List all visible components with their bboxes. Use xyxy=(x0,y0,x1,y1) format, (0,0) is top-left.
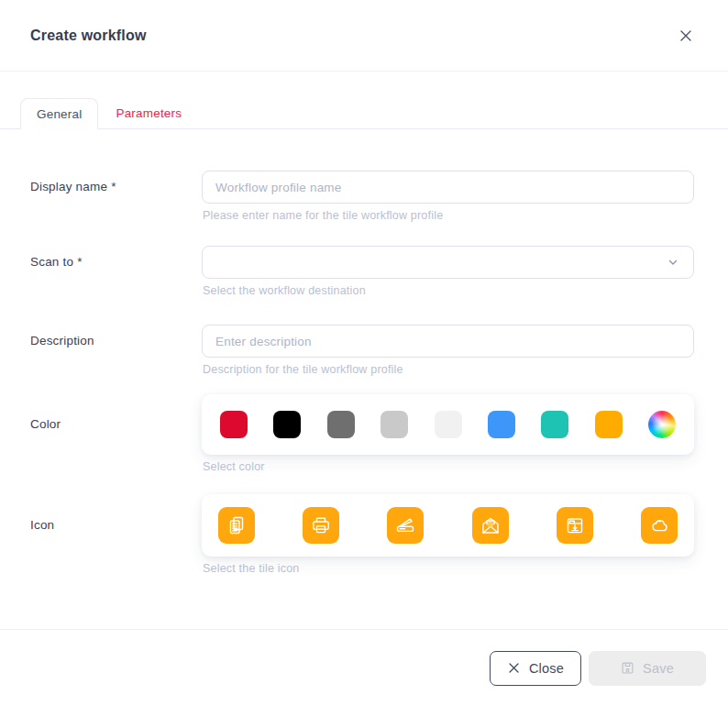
icon-option-printer[interactable] xyxy=(303,507,339,544)
close-icon[interactable] xyxy=(677,27,695,45)
scan-to-row: Scan to * Select the workflow destinatio… xyxy=(30,246,694,297)
display-name-input[interactable] xyxy=(202,171,694,204)
icon-tile-card: @ xyxy=(202,494,694,557)
color-swatch[interactable] xyxy=(381,411,408,438)
color-swatch[interactable] xyxy=(541,411,568,438)
color-wheel-picker[interactable] xyxy=(648,411,676,438)
icon-option-cloud[interactable] xyxy=(641,507,678,544)
icon-label: Icon xyxy=(30,494,202,557)
dialog-footer: Close Save xyxy=(0,629,728,706)
create-workflow-dialog: Create workflow General Parameters Displ… xyxy=(0,0,728,706)
scan-to-label: Scan to * xyxy=(30,246,202,279)
description-helper: Description for the tile workflow profil… xyxy=(203,363,694,376)
display-name-helper: Please enter name for the tile workflow … xyxy=(203,209,694,222)
tab-parameters-label: Parameters xyxy=(116,106,182,120)
tab-general-label: General xyxy=(37,107,82,121)
save-button-label: Save xyxy=(643,661,674,676)
icon-helper: Select the tile icon xyxy=(203,562,694,575)
workflow-form: Display name * Please enter name for the… xyxy=(0,171,728,575)
description-row: Description Description for the tile wor… xyxy=(30,325,694,376)
close-button[interactable]: Close xyxy=(490,651,581,686)
description-input[interactable] xyxy=(202,325,694,358)
icon-option-scanner[interactable] xyxy=(387,507,424,544)
color-swatch-card xyxy=(202,394,694,455)
dialog-title: Create workflow xyxy=(30,28,147,44)
close-button-label: Close xyxy=(529,661,564,676)
close-x-icon xyxy=(507,661,521,675)
color-helper: Select color xyxy=(203,460,694,473)
tab-parameters[interactable]: Parameters xyxy=(98,97,199,128)
color-row: Color Select color xyxy=(30,394,694,473)
scan-to-select[interactable] xyxy=(202,246,694,279)
icon-row: Icon @ Select the tile icon xyxy=(30,494,694,575)
display-name-label: Display name * xyxy=(30,171,202,204)
color-swatch[interactable] xyxy=(595,411,623,438)
display-name-row: Display name * Please enter name for the… xyxy=(30,171,694,222)
tab-general[interactable]: General xyxy=(20,98,98,129)
svg-text:@: @ xyxy=(487,521,493,528)
color-swatch[interactable] xyxy=(435,411,462,438)
tab-bar: General Parameters xyxy=(0,97,728,129)
save-floppy-icon xyxy=(621,661,634,675)
color-swatch[interactable] xyxy=(220,411,248,438)
save-button[interactable]: Save xyxy=(589,651,706,686)
dialog-header: Create workflow xyxy=(0,0,728,72)
scan-to-helper: Select the workflow destination xyxy=(203,284,694,297)
color-swatch[interactable] xyxy=(488,411,515,438)
color-swatch[interactable] xyxy=(273,411,301,438)
color-label: Color xyxy=(30,394,202,455)
color-swatch[interactable] xyxy=(327,411,355,438)
icon-option-email-at[interactable]: @ xyxy=(472,507,509,544)
chevron-down-icon xyxy=(666,255,680,270)
description-label: Description xyxy=(30,325,202,358)
icon-option-folder-download[interactable] xyxy=(557,507,593,544)
icon-option-document-copy[interactable] xyxy=(218,507,255,544)
